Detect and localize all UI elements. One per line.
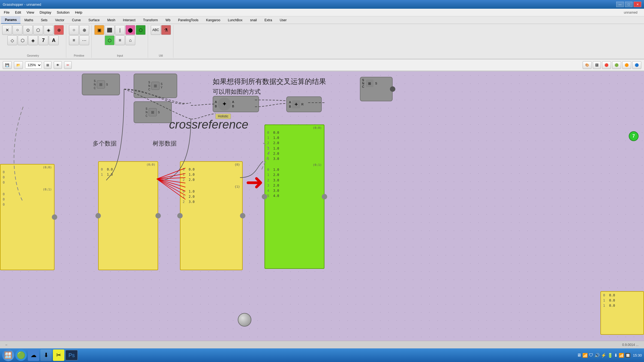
tb-icon-8[interactable]: ⬡ <box>18 35 28 45</box>
yellow-left-header1: (0;0) <box>3 166 52 169</box>
tray-volume-icon: 🔊 <box>594 353 600 358</box>
tab-maths[interactable]: Maths <box>20 16 37 24</box>
tb-icon-1[interactable]: ✕ <box>2 25 12 35</box>
tab-snail[interactable]: snail <box>246 16 261 24</box>
yellow-left-header2: (0;1) <box>3 188 52 191</box>
gh-node-3[interactable]: S N C ⊞ S <box>134 101 172 123</box>
zoom-select[interactable]: 125% 100% 75% 50% 150% 200% <box>25 62 42 69</box>
scroll-knob[interactable] <box>238 313 251 327</box>
tb-icon-5[interactable]: ◈ <box>44 25 53 35</box>
primitive-label: Primitive <box>74 54 84 58</box>
menu-display[interactable]: Display <box>37 9 54 16</box>
maximize-button[interactable]: □ <box>625 2 633 7</box>
tab-vector[interactable]: Vector <box>51 16 68 24</box>
view-right-icons: 🎨 🖼 🔴 🟢 🟠 🔵 <box>583 61 641 69</box>
yellow-panel-left[interactable]: (0;0) 0 0 0 (0;1) 0 0 0 <box>0 164 55 270</box>
statusbar: – 0.9.0014 ... <box>0 341 644 348</box>
tb-icon-p1[interactable]: ○ <box>69 25 79 35</box>
tab-curve[interactable]: Curve <box>68 16 85 24</box>
tab-panelingtools[interactable]: PanelingTools <box>174 16 202 24</box>
tab-transform[interactable]: Transform <box>139 16 162 24</box>
tray-network-icon: 🖥 <box>577 353 581 358</box>
tab-user[interactable]: User <box>276 16 290 24</box>
tab-params[interactable]: Params <box>1 16 20 24</box>
view-icon-4[interactable]: 🟢 <box>612 61 621 69</box>
tb-icon-i4[interactable]: ⬤ <box>125 25 135 35</box>
close-button[interactable]: ✕ <box>634 2 641 7</box>
minimize-button[interactable]: — <box>616 2 624 7</box>
toolbar-group-primitive: ○ ⊕ ≡ ⋯ Primitive <box>69 25 92 58</box>
save-button[interactable]: 💾 <box>3 61 12 69</box>
tab-lunchbox[interactable]: LunchBox <box>224 16 246 24</box>
tb-icon-10[interactable]: 7 <box>38 35 48 45</box>
green-panel[interactable]: (0;0) 00.0 11.0 22.0 31.0 42.0 53.0 (0;1… <box>264 124 324 269</box>
tray-power-icon: ⚡ <box>601 353 606 358</box>
gh-node-2[interactable]: S N C ⊞ S Y <box>134 74 177 98</box>
tb-icon-6[interactable]: ⊕ <box>54 25 64 35</box>
menu-edit[interactable]: Edit <box>12 9 24 16</box>
taskbar-icon-4[interactable]: ✂ <box>53 349 64 361</box>
tb-icon-11[interactable]: A <box>49 35 59 45</box>
tb-icon-p4[interactable]: ⋯ <box>79 35 89 45</box>
crossref-node[interactable]: A B ✦ A B <box>213 96 259 112</box>
yellow-panel-bottomright: 00.0 10.0 10.0 <box>600 291 644 335</box>
toolbar-group-util: ABC ⚗ Util <box>151 25 173 58</box>
tab-intersect[interactable]: Intersect <box>119 16 139 24</box>
menu-view[interactable]: View <box>24 9 37 16</box>
label-tree: 树形数据 <box>153 139 177 148</box>
tab-extra[interactable]: Extra <box>261 16 276 24</box>
taskbar: 🪟 🟢 ☁ ⬇ ✂ Ps 🖥 📶 🛡 🔊 ⚡ 🔋 ⬇ 📶 🔲 15:30 <box>0 348 644 362</box>
draw-button[interactable]: ✏ <box>64 61 72 69</box>
view-icon-5[interactable]: 🟠 <box>622 61 631 69</box>
taskbar-icon-2[interactable]: ☁ <box>28 349 39 361</box>
tb-icon-i2[interactable]: ⬛ <box>105 25 115 35</box>
view-icon-2[interactable]: 🖼 <box>593 61 601 69</box>
view-icon-6[interactable]: 🔵 <box>632 61 641 69</box>
tb-icon-i6[interactable]: ⬡ <box>105 35 115 45</box>
tb-icon-3[interactable]: ⊙ <box>23 25 33 35</box>
tb-icon-i5[interactable]: ⬡ <box>136 25 146 35</box>
tb-icon-p2[interactable]: ⊕ <box>79 25 89 35</box>
tab-wb[interactable]: Wb <box>162 16 174 24</box>
tb-icon-i8[interactable]: ⌂ <box>125 35 135 45</box>
taskbar-icon-1[interactable]: 🟢 <box>15 349 27 361</box>
menu-file[interactable]: File <box>1 9 12 16</box>
viewtoolbar: 💾 📂 125% 100% 75% 50% 150% 200% ⊞ 👁 ✏ 🎨 … <box>0 59 644 71</box>
tb-icon-u1[interactable]: ABC <box>151 25 161 35</box>
tab-sets[interactable]: Sets <box>37 16 51 24</box>
tab-kangaroo[interactable]: Kangaroo <box>202 16 224 24</box>
yellow-panel-mid[interactable]: (0;0) 00.0 11.0 <box>98 161 158 270</box>
tb-icon-u2[interactable]: ⚗ <box>161 25 171 35</box>
fit-view-button[interactable]: ⊞ <box>44 61 52 69</box>
tab-surface[interactable]: Surface <box>85 16 103 24</box>
edge-right-ports: S <box>375 82 377 85</box>
taskbar-photoshop[interactable]: Ps <box>65 350 78 360</box>
green-header2: (0;1) <box>267 163 322 167</box>
tb-icon-p3[interactable]: ≡ <box>69 35 79 45</box>
menu-help[interactable]: Help <box>72 9 85 16</box>
plus-node[interactable]: A B + R <box>286 96 322 112</box>
time-display: 15:30 <box>633 353 642 357</box>
open-button[interactable]: 📂 <box>14 61 23 69</box>
start-button[interactable]: 🪟 <box>2 349 14 361</box>
view-icon-1[interactable]: 🎨 <box>583 61 592 69</box>
canvas[interactable]: 如果想得到所有数据交叉运算的结果 可以用如图的方式 crossreference… <box>0 71 644 348</box>
tb-icon-9[interactable]: ◈ <box>28 35 38 45</box>
gh-node-1[interactable]: S N C ⊞ S <box>82 74 120 95</box>
tb-icon-2[interactable]: ○ <box>13 25 22 35</box>
taskbar-icon-3[interactable]: ⬇ <box>40 349 52 361</box>
tab-mesh[interactable]: Mesh <box>103 16 119 24</box>
yellow-panel-right[interactable]: {0} 00.0 11.0 22.0 {1} 01.0 12.0 23.0 <box>180 161 243 270</box>
view-icon-3[interactable]: 🔴 <box>602 61 611 69</box>
label-multi: 多个数据 <box>93 139 117 148</box>
tb-icon-7[interactable]: ◇ <box>7 35 17 45</box>
holistic-tooltip: Holistic <box>215 114 231 119</box>
tb-icon-i1[interactable]: ▣ <box>94 25 104 35</box>
menu-solution[interactable]: Solution <box>54 9 72 16</box>
toolbar: ✕ ○ ⊙ ⬡ ◈ ⊕ ◇ ⬡ ◈ 7 A Geometry ○ ⊕ ≡ ⋯ P… <box>0 24 644 59</box>
tb-icon-i3[interactable]: ∣ <box>115 25 125 35</box>
plus-right-port: R <box>301 103 303 106</box>
eye-button[interactable]: 👁 <box>54 61 62 69</box>
tb-icon-4[interactable]: ⬡ <box>33 25 43 35</box>
tb-icon-i7[interactable]: ≡ <box>115 35 125 45</box>
